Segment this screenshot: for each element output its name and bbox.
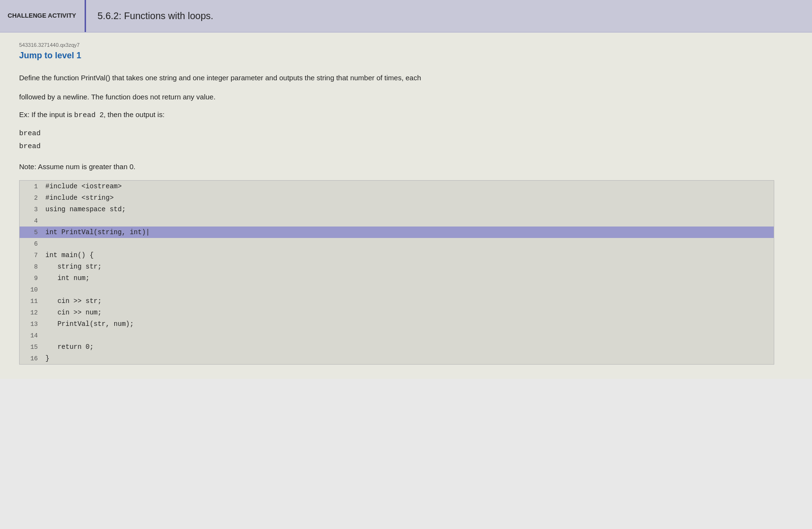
code-line-3[interactable]: 3using namespace std;: [20, 204, 774, 215]
session-id: 543316.3271440.qx3zqy7: [19, 42, 793, 48]
line-number-9: 9: [20, 275, 43, 282]
line-content-12: cin >> num;: [43, 309, 774, 316]
line-number-15: 15: [20, 344, 43, 351]
line-number-4: 4: [20, 217, 43, 225]
code-line-10[interactable]: 10: [20, 284, 774, 295]
main-content: 543316.3271440.qx3zqy7 Jump to level 1 D…: [0, 32, 812, 379]
code-editor[interactable]: 1#include <iostream>2#include <string>3u…: [19, 180, 774, 365]
line-number-3: 3: [20, 206, 43, 213]
code-line-13[interactable]: 13 PrintVal(str, num);: [20, 318, 774, 330]
line-number-14: 14: [20, 332, 43, 339]
line-content-7: int main() {: [43, 251, 774, 259]
example-output: bread bread: [19, 127, 793, 153]
line-content-3: using namespace std;: [43, 205, 774, 213]
line-number-6: 6: [20, 240, 43, 248]
line-content-9: int num;: [43, 274, 774, 282]
line-number-8: 8: [20, 263, 43, 270]
code-line-4[interactable]: 4: [20, 215, 774, 227]
line-content-16: }: [43, 355, 774, 362]
line-number-5: 5: [20, 229, 43, 236]
line-content-5: int PrintVal(string, int)|: [43, 228, 774, 236]
line-content-2: #include <string>: [43, 194, 774, 202]
code-line-6[interactable]: 6: [20, 238, 774, 249]
line-number-11: 11: [20, 298, 43, 305]
line-content-8: string str;: [43, 263, 774, 270]
line-content-11: cin >> str;: [43, 297, 774, 305]
code-line-16[interactable]: 16}: [20, 353, 774, 364]
line-number-16: 16: [20, 355, 43, 362]
challenge-activity-header: CHALLENGE ACTIVITY: [0, 0, 86, 32]
line-number-13: 13: [20, 321, 43, 328]
example-code: bread: [74, 111, 96, 119]
code-line-1[interactable]: 1#include <iostream>: [20, 181, 774, 192]
note-text: Note: Assume num is greater than 0.: [19, 162, 793, 171]
title-text: 5.6.2: Functions with loops.: [97, 11, 213, 22]
code-line-8[interactable]: 8 string str;: [20, 261, 774, 272]
code-line-9[interactable]: 9 int num;: [20, 272, 774, 284]
code-line-7[interactable]: 7int main() {: [20, 249, 774, 261]
line-number-7: 7: [20, 252, 43, 259]
description-text-1: Define the function PrintVal() that take…: [19, 74, 421, 82]
line-number-12: 12: [20, 309, 43, 316]
line-content-1: #include <iostream>: [43, 183, 774, 190]
example-label: Ex: If the input is bread 2, then the ou…: [19, 110, 793, 119]
challenge-activity-label: CHALLENGE ACTIVITY: [8, 12, 76, 20]
line-content-13: PrintVal(str, num);: [43, 320, 774, 328]
code-line-11[interactable]: 11 cin >> str;: [20, 295, 774, 307]
description-2: followed by a newline. The function does…: [19, 91, 774, 103]
line-number-10: 10: [20, 286, 43, 293]
page-title: 5.6.2: Functions with loops.: [86, 0, 225, 32]
line-content-15: return 0;: [43, 343, 774, 351]
example-output-line-2: bread: [19, 140, 793, 153]
jump-to-level-link[interactable]: Jump to level 1: [19, 51, 793, 61]
example-output-line-1: bread: [19, 127, 793, 140]
line-number-1: 1: [20, 183, 43, 190]
line-number-2: 2: [20, 194, 43, 202]
code-line-15[interactable]: 15 return 0;: [20, 341, 774, 353]
code-line-12[interactable]: 12 cin >> num;: [20, 307, 774, 318]
code-line-5[interactable]: 5int PrintVal(string, int)|: [20, 227, 774, 238]
code-line-2[interactable]: 2#include <string>: [20, 192, 774, 204]
code-line-14[interactable]: 14: [20, 330, 774, 341]
description-1: Define the function PrintVal() that take…: [19, 72, 774, 84]
description-text-2: followed by a newline. The function does…: [19, 93, 216, 101]
header: CHALLENGE ACTIVITY 5.6.2: Functions with…: [0, 0, 812, 32]
